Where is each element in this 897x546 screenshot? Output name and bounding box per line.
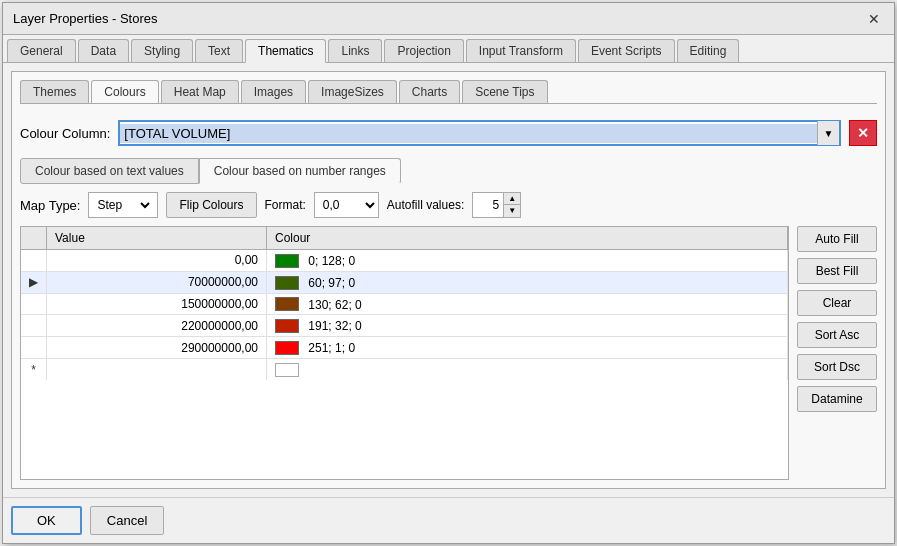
table-row[interactable]: 290000000,00 251; 1; 0 <box>21 337 788 359</box>
tab-input-transform[interactable]: Input Transform <box>466 39 576 62</box>
tab-thematics[interactable]: Thematics <box>245 39 326 63</box>
row-colour[interactable]: 251; 1; 0 <box>267 337 788 359</box>
range-tab-text[interactable]: Colour based on text values <box>20 158 199 184</box>
colour-column-input[interactable] <box>120 124 817 143</box>
sub-tab-themes[interactable]: Themes <box>20 80 89 103</box>
colour-text: 0; 128; 0 <box>308 254 355 268</box>
sub-tab-charts[interactable]: Charts <box>399 80 460 103</box>
range-tab-number[interactable]: Colour based on number ranges <box>199 158 401 184</box>
map-type-select[interactable]: Step Ramp <box>93 197 153 213</box>
layer-properties-dialog: Layer Properties - Stores ✕ General Data… <box>2 2 895 544</box>
range-tabs-row: Colour based on text values Colour based… <box>20 158 877 184</box>
tab-data[interactable]: Data <box>78 39 129 62</box>
new-row-indicator: * <box>21 359 47 380</box>
row-value[interactable]: 290000000,00 <box>47 337 267 359</box>
col-header-value: Value <box>47 227 267 250</box>
controls-row: Map Type: Step Ramp Flip Colours Format:… <box>20 192 877 218</box>
colour-ranges-table: Value Colour 0,00 0; 128; 0 <box>21 227 788 380</box>
row-value[interactable]: 150000000,00 <box>47 293 267 315</box>
map-type-select-wrap: Step Ramp <box>88 192 158 218</box>
new-row-colour[interactable] <box>267 359 788 380</box>
row-value[interactable]: 0,00 <box>47 250 267 272</box>
row-colour[interactable]: 60; 97; 0 <box>267 271 788 293</box>
title-bar: Layer Properties - Stores ✕ <box>3 3 894 35</box>
sub-tab-scene-tips[interactable]: Scene Tips <box>462 80 547 103</box>
colour-column-row: Colour Column: ▼ ✕ <box>20 116 877 150</box>
data-table-wrap: Value Colour 0,00 0; 128; 0 <box>20 226 789 480</box>
new-row-value[interactable] <box>47 359 267 380</box>
colour-swatch <box>275 341 299 355</box>
colour-column-clear-button[interactable]: ✕ <box>849 120 877 146</box>
tab-links[interactable]: Links <box>328 39 382 62</box>
row-colour[interactable]: 0; 128; 0 <box>267 250 788 272</box>
colour-swatch <box>275 254 299 268</box>
colour-swatch <box>275 319 299 333</box>
tab-projection[interactable]: Projection <box>384 39 463 62</box>
col-header-colour: Colour <box>267 227 788 250</box>
sub-tab-images[interactable]: Images <box>241 80 306 103</box>
sub-tab-bar: Themes Colours Heat Map Images ImageSize… <box>20 80 877 104</box>
row-indicator: ▶ <box>21 271 47 293</box>
close-button[interactable]: ✕ <box>864 9 884 29</box>
format-select[interactable]: 0,0 0.0 #,##0 <box>314 192 379 218</box>
spinner-arrows: ▲ ▼ <box>503 193 520 217</box>
colour-swatch <box>275 297 299 311</box>
row-colour[interactable]: 130; 62; 0 <box>267 293 788 315</box>
side-buttons: Auto Fill Best Fill Clear Sort Asc Sort … <box>797 226 877 480</box>
row-value[interactable]: 70000000,00 <box>47 271 267 293</box>
format-label: Format: <box>265 198 306 212</box>
col-header-indicator <box>21 227 47 250</box>
sort-dsc-button[interactable]: Sort Dsc <box>797 354 877 380</box>
colour-text: 130; 62; 0 <box>308 297 361 311</box>
map-type-label: Map Type: <box>20 198 80 213</box>
autofill-input[interactable] <box>473 198 503 212</box>
colour-swatch <box>275 276 299 290</box>
table-row[interactable]: ▶ 70000000,00 60; 97; 0 <box>21 271 788 293</box>
flip-colours-button[interactable]: Flip Colours <box>166 192 256 218</box>
empty-colour-swatch <box>275 363 299 377</box>
sub-tab-imagesizes[interactable]: ImageSizes <box>308 80 397 103</box>
main-content: Themes Colours Heat Map Images ImageSize… <box>3 63 894 497</box>
tab-general[interactable]: General <box>7 39 76 62</box>
table-row[interactable]: 150000000,00 130; 62; 0 <box>21 293 788 315</box>
tab-event-scripts[interactable]: Event Scripts <box>578 39 675 62</box>
autofill-spinner: ▲ ▼ <box>472 192 521 218</box>
autofill-label: Autofill values: <box>387 198 464 212</box>
sub-tab-colours[interactable]: Colours <box>91 80 158 103</box>
clear-button[interactable]: Clear <box>797 290 877 316</box>
datamine-button[interactable]: Datamine <box>797 386 877 412</box>
colour-text: 60; 97; 0 <box>308 276 355 290</box>
colour-text: 191; 32; 0 <box>308 319 361 333</box>
row-indicator <box>21 315 47 337</box>
sort-asc-button[interactable]: Sort Asc <box>797 322 877 348</box>
row-indicator <box>21 250 47 272</box>
spinner-up-button[interactable]: ▲ <box>504 193 520 205</box>
table-row[interactable]: 220000000,00 191; 32; 0 <box>21 315 788 337</box>
sub-tab-heatmap[interactable]: Heat Map <box>161 80 239 103</box>
row-indicator <box>21 337 47 359</box>
top-tab-bar: General Data Styling Text Thematics Link… <box>3 35 894 63</box>
table-and-buttons: Value Colour 0,00 0; 128; 0 <box>20 226 877 480</box>
ok-button[interactable]: OK <box>11 506 82 535</box>
tab-text[interactable]: Text <box>195 39 243 62</box>
cancel-button[interactable]: Cancel <box>90 506 164 535</box>
row-value[interactable]: 220000000,00 <box>47 315 267 337</box>
inner-panel: Themes Colours Heat Map Images ImageSize… <box>11 71 886 489</box>
table-row[interactable]: 0,00 0; 128; 0 <box>21 250 788 272</box>
row-indicator <box>21 293 47 315</box>
best-fill-button[interactable]: Best Fill <box>797 258 877 284</box>
tab-editing[interactable]: Editing <box>677 39 740 62</box>
new-row[interactable]: * <box>21 359 788 380</box>
colour-column-dropdown-button[interactable]: ▼ <box>817 121 839 145</box>
colour-column-input-wrap: ▼ <box>118 120 841 146</box>
spinner-down-button[interactable]: ▼ <box>504 205 520 217</box>
dialog-title: Layer Properties - Stores <box>13 11 158 26</box>
bottom-bar: OK Cancel <box>3 497 894 543</box>
row-colour[interactable]: 191; 32; 0 <box>267 315 788 337</box>
auto-fill-button[interactable]: Auto Fill <box>797 226 877 252</box>
colour-text: 251; 1; 0 <box>308 341 355 355</box>
tab-styling[interactable]: Styling <box>131 39 193 62</box>
colour-column-label: Colour Column: <box>20 126 110 141</box>
